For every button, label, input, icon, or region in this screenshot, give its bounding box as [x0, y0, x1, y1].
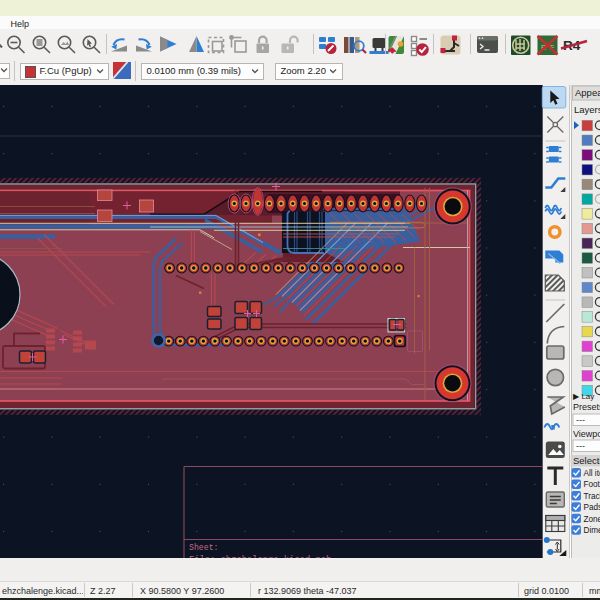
svg-text:Appear: Appear	[575, 87, 600, 98]
svg-text:Pads: Pads	[583, 503, 600, 512]
svg-text:Sheet:: Sheet:	[189, 542, 218, 551]
svg-text:---: ---	[576, 440, 585, 450]
svg-text:---: ---	[576, 414, 585, 424]
svg-text:Zone: Zone	[583, 514, 600, 523]
svg-text:Layers: Layers	[574, 103, 600, 114]
svg-text:Presets: Presets	[573, 402, 600, 412]
svg-text:Selectio: Selectio	[573, 454, 600, 465]
svg-text:Dime: Dime	[583, 526, 600, 535]
svg-text:Viewpor: Viewpor	[573, 428, 600, 438]
svg-text:Track: Track	[583, 491, 600, 500]
svg-text:▶ Lay: ▶ Lay	[573, 392, 594, 401]
svg-text:Footp: Footp	[583, 480, 600, 489]
svg-text:All ite: All ite	[583, 468, 600, 477]
